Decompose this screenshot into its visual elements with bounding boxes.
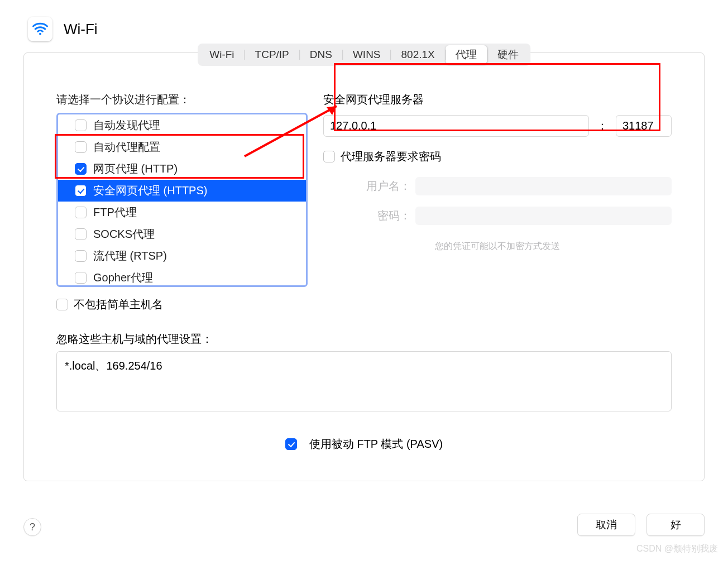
- checkbox-icon[interactable]: [75, 185, 87, 197]
- exclude-simple-checkbox[interactable]: [56, 299, 68, 310]
- tab-8021x[interactable]: 802.1X: [391, 46, 445, 63]
- protocol-https[interactable]: 安全网页代理 (HTTPS): [58, 180, 306, 202]
- protocol-auto-discover[interactable]: 自动发现代理: [58, 114, 306, 136]
- page-title: Wi-Fi: [64, 21, 98, 38]
- cancel-button[interactable]: 取消: [577, 514, 635, 536]
- protocol-label: 网页代理 (HTTP): [93, 161, 178, 176]
- protocol-label: 安全网页代理 (HTTPS): [93, 183, 207, 198]
- password-input: [415, 207, 672, 225]
- tab-wins[interactable]: WINS: [343, 46, 391, 63]
- credentials-hint: 您的凭证可能以不加密方式发送: [323, 241, 672, 252]
- proxy-host-input[interactable]: [323, 115, 589, 137]
- watermark: CSDN @颓特别我废: [636, 543, 718, 555]
- tab-wifi[interactable]: Wi-Fi: [199, 46, 244, 63]
- protocol-gopher[interactable]: Gopher代理: [58, 267, 306, 287]
- password-label: 密码：: [323, 208, 415, 223]
- checkbox-icon[interactable]: [75, 163, 87, 175]
- pasv-checkbox[interactable]: [285, 438, 297, 450]
- checkbox-icon[interactable]: [75, 272, 87, 284]
- bypass-label: 忽略这些主机与域的代理设置：: [56, 332, 672, 347]
- requires-password-checkbox[interactable]: [323, 151, 335, 162]
- protocol-http[interactable]: 网页代理 (HTTP): [58, 158, 306, 180]
- protocol-rtsp[interactable]: 流代理 (RTSP): [58, 245, 306, 267]
- tab-tcpip[interactable]: TCP/IP: [245, 46, 299, 63]
- username-label: 用户名：: [323, 179, 415, 194]
- protocol-socks[interactable]: SOCKS代理: [58, 223, 306, 245]
- ok-button[interactable]: 好: [646, 514, 705, 536]
- host-port-separator: ：: [597, 118, 608, 133]
- protocol-label: 自动代理配置: [93, 140, 160, 155]
- checkbox-icon[interactable]: [75, 141, 87, 153]
- tabs-segmented-control: Wi-Fi TCP/IP DNS WINS 802.1X 代理 硬件: [198, 44, 530, 66]
- username-input: [415, 177, 672, 195]
- protocol-auto-config[interactable]: 自动代理配置: [58, 136, 306, 158]
- checkbox-icon[interactable]: [75, 228, 87, 240]
- checkbox-icon[interactable]: [75, 250, 87, 262]
- protocol-label: Gopher代理: [93, 270, 153, 285]
- svg-point-0: [39, 33, 41, 35]
- bypass-textarea[interactable]: [56, 351, 672, 411]
- proxy-server-label: 安全网页代理服务器: [323, 92, 672, 107]
- tab-proxy[interactable]: 代理: [446, 45, 487, 64]
- proxy-port-input[interactable]: [616, 115, 672, 137]
- help-button[interactable]: ?: [23, 518, 41, 536]
- wifi-icon: [28, 17, 52, 41]
- protocol-list[interactable]: 自动发现代理 自动代理配置 网页代理 (HTTP) 安全网页代理 (HTTPS)…: [56, 113, 308, 287]
- protocol-ftp[interactable]: FTP代理: [58, 202, 306, 223]
- checkbox-icon[interactable]: [75, 207, 87, 218]
- settings-panel: Wi-Fi TCP/IP DNS WINS 802.1X 代理 硬件 请选择一个…: [23, 52, 705, 481]
- protocol-label: SOCKS代理: [93, 227, 155, 242]
- tab-hardware[interactable]: 硬件: [487, 45, 529, 64]
- protocol-label: 流代理 (RTSP): [93, 248, 167, 264]
- pasv-label: 使用被动 FTP 模式 (PASV): [309, 437, 443, 452]
- tab-dns[interactable]: DNS: [300, 46, 342, 63]
- requires-password-label: 代理服务器要求密码: [341, 149, 441, 164]
- exclude-simple-label: 不包括简单主机名: [74, 297, 163, 312]
- checkbox-icon[interactable]: [75, 119, 87, 131]
- protocol-label: 自动发现代理: [93, 118, 160, 133]
- choose-protocol-label: 请选择一个协议进行配置：: [56, 92, 308, 107]
- protocol-label: FTP代理: [93, 205, 137, 220]
